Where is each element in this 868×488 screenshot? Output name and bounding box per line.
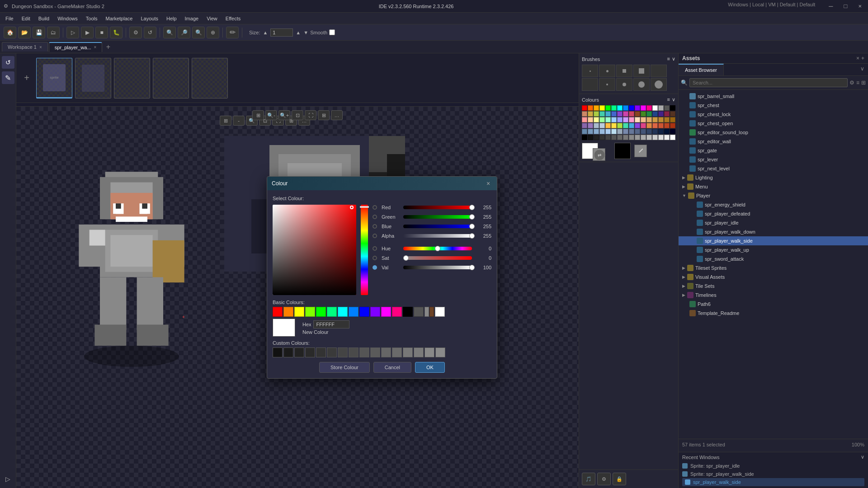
tab-add-button[interactable]: + bbox=[103, 42, 113, 52]
bg-colour[interactable] bbox=[614, 143, 631, 159]
gray-d[interactable] bbox=[658, 135, 664, 140]
tree-tileset-sprites[interactable]: ▶ Tileset Sprites bbox=[679, 263, 868, 272]
gray-5[interactable] bbox=[611, 135, 617, 140]
dialog-close-button[interactable]: × bbox=[484, 179, 492, 188]
bc-white[interactable] bbox=[435, 307, 445, 317]
colour-orange-red[interactable] bbox=[588, 105, 593, 111]
view-icon[interactable]: ⊞ bbox=[861, 80, 866, 86]
tree-path6[interactable]: Path6 bbox=[679, 300, 868, 309]
blue-radio[interactable] bbox=[373, 224, 377, 229]
c5-3[interactable] bbox=[594, 129, 599, 134]
c2-6[interactable] bbox=[611, 111, 617, 117]
gray-1[interactable] bbox=[588, 135, 593, 140]
gray-f[interactable] bbox=[670, 135, 675, 140]
c2-3[interactable] bbox=[594, 111, 599, 117]
canvas-grid-btn-r[interactable]: ⊞ bbox=[220, 116, 231, 126]
c4-13[interactable] bbox=[652, 123, 658, 128]
c2-11[interactable] bbox=[641, 111, 646, 117]
c4-1[interactable] bbox=[582, 123, 587, 128]
cc-8[interactable] bbox=[349, 347, 359, 357]
bc-mid-gray[interactable] bbox=[425, 307, 429, 317]
c5-2[interactable] bbox=[588, 129, 593, 134]
size-down[interactable]: ▼ bbox=[303, 30, 308, 35]
colour-cyan[interactable] bbox=[617, 105, 623, 111]
canvas-zoom-fit-btn[interactable]: ⊡ bbox=[292, 110, 303, 120]
c2-14[interactable] bbox=[658, 111, 664, 117]
red-radio[interactable] bbox=[373, 205, 377, 210]
cc-2[interactable] bbox=[283, 347, 293, 357]
size-up[interactable]: ▲ bbox=[296, 30, 301, 35]
canvas-grid-btn[interactable]: ⊞ bbox=[252, 110, 264, 120]
cancel-button[interactable]: Cancel bbox=[373, 362, 411, 373]
gray-e[interactable] bbox=[664, 135, 670, 140]
bc-orange[interactable] bbox=[283, 307, 293, 317]
frame-2[interactable] bbox=[75, 58, 111, 99]
recent-spr-walk-side-active[interactable]: spr_player_walk_side bbox=[682, 478, 864, 486]
c5-13[interactable] bbox=[652, 129, 658, 134]
bc-cyan[interactable] bbox=[338, 307, 348, 317]
tree-spr-player-walk-up[interactable]: spr_player_walk_up bbox=[679, 245, 868, 254]
maximize-button[interactable]: □ bbox=[841, 2, 850, 10]
menu-build[interactable]: Build bbox=[35, 15, 53, 22]
colour-teal-green[interactable] bbox=[611, 105, 617, 111]
cc-9[interactable] bbox=[359, 347, 369, 357]
tree-menu-folder[interactable]: ▶ Menu bbox=[679, 182, 868, 191]
c5-10[interactable] bbox=[635, 129, 640, 134]
menu-image[interactable]: Image bbox=[181, 15, 203, 22]
ok-button[interactable]: OK bbox=[415, 362, 445, 373]
toolbar-zoom-fit[interactable]: 🔍 bbox=[163, 27, 176, 38]
tree-spr-player-walk-down[interactable]: spr_player_walk_down bbox=[679, 227, 868, 236]
brushes-expand[interactable]: ∨ bbox=[672, 56, 675, 62]
bc-violet[interactable] bbox=[370, 307, 380, 317]
c4-11[interactable] bbox=[641, 123, 646, 128]
c3-14[interactable] bbox=[658, 117, 664, 122]
c5-12[interactable] bbox=[646, 129, 652, 134]
c2-4[interactable] bbox=[599, 111, 605, 117]
tree-spr-lever[interactable]: spr_lever bbox=[679, 155, 868, 164]
frame-5[interactable] bbox=[192, 58, 228, 99]
bc-yellow[interactable] bbox=[294, 307, 304, 317]
bc-green[interactable] bbox=[316, 307, 326, 317]
recent-spr-player-idle[interactable]: Sprite: spr_player_idle bbox=[682, 462, 864, 470]
c3-12[interactable] bbox=[646, 117, 652, 122]
smooth-checkbox[interactable] bbox=[329, 29, 335, 35]
c4-3[interactable] bbox=[594, 123, 599, 128]
c2-12[interactable] bbox=[646, 111, 652, 117]
cc-3[interactable] bbox=[294, 347, 304, 357]
brushes-list-view[interactable]: ≡ bbox=[667, 56, 670, 62]
cc-15[interactable] bbox=[425, 347, 434, 357]
tab-workspace-1-close[interactable]: × bbox=[39, 45, 42, 50]
c3-10[interactable] bbox=[635, 117, 640, 122]
sat-radio[interactable] bbox=[373, 256, 377, 260]
c5-4[interactable] bbox=[599, 129, 605, 134]
val-radio[interactable] bbox=[373, 265, 377, 270]
tree-timelines[interactable]: ▶ Timelines bbox=[679, 291, 868, 300]
c4-9[interactable] bbox=[629, 123, 634, 128]
cc-7[interactable] bbox=[338, 347, 348, 357]
brush-lg-sq[interactable] bbox=[616, 65, 632, 77]
c5-6[interactable] bbox=[611, 129, 617, 134]
c3-13[interactable] bbox=[652, 117, 658, 122]
cc-11[interactable] bbox=[381, 347, 391, 357]
tree-template-readme[interactable]: Template_Readme bbox=[679, 309, 868, 318]
toolbar-play[interactable]: ▷ bbox=[66, 27, 79, 38]
colour-magenta[interactable] bbox=[641, 105, 646, 111]
c4-15[interactable] bbox=[664, 123, 670, 128]
tree-lighting-folder[interactable]: ▶ Lighting bbox=[679, 173, 868, 182]
c2-5[interactable] bbox=[605, 111, 611, 117]
c2-9[interactable] bbox=[629, 111, 634, 117]
gray-8[interactable] bbox=[629, 135, 634, 140]
colour-black[interactable] bbox=[670, 105, 675, 111]
recent-expand[interactable]: ∨ bbox=[861, 454, 864, 460]
menu-edit[interactable]: Edit bbox=[18, 15, 34, 22]
colours-menu[interactable]: ≡ bbox=[667, 97, 670, 103]
tool-pencil[interactable]: ✎ bbox=[2, 71, 14, 84]
asset-add[interactable]: + bbox=[861, 55, 864, 61]
menu-effects[interactable]: Effects bbox=[222, 15, 244, 22]
c4-12[interactable] bbox=[646, 123, 652, 128]
colour-light-gray[interactable] bbox=[658, 105, 664, 111]
tool-run[interactable]: ▷ bbox=[2, 473, 14, 485]
gray-7[interactable] bbox=[623, 135, 628, 140]
gray-3[interactable] bbox=[599, 135, 605, 140]
c2-10[interactable] bbox=[635, 111, 640, 117]
